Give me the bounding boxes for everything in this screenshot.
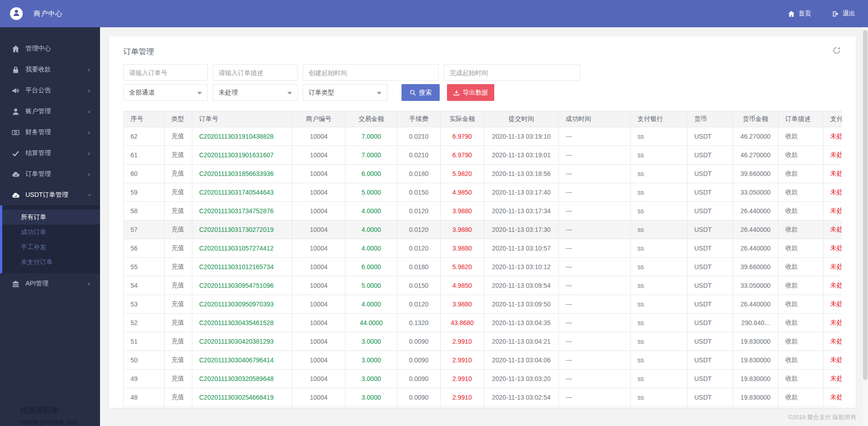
chevron-expanded-icon: ‹ (85, 192, 93, 198)
sidebar-item-account-management[interactable]: 账户管理‹ (0, 101, 100, 122)
cell-订单描述: 收款 (778, 258, 823, 276)
column-header: 货币金额 (733, 111, 778, 127)
sidebar-item-management-center[interactable]: 管理中心 (0, 38, 100, 59)
column-header: 商户编号 (292, 111, 346, 127)
column-header: 支付状态 (823, 111, 842, 127)
page-title: 订单管理 (123, 46, 154, 57)
status-select[interactable]: 未处理 (213, 84, 298, 101)
cell-支付银行: ss (631, 276, 687, 295)
column-header: 货币 (687, 111, 733, 127)
sidebar-item-collect-money[interactable]: 我要收款‹ (0, 59, 100, 80)
finish-time-input[interactable] (444, 64, 580, 81)
cell-交易金额: 6.0000 (346, 258, 397, 276)
vertical-scrollbar (863, 27, 868, 426)
order-no-input[interactable] (123, 64, 208, 81)
cell-序号: 51 (124, 332, 165, 351)
cell-支付状态: 未处理 (823, 370, 842, 388)
cell-货币: USDT (687, 183, 733, 202)
table-row: 51充值C20201113030420381293100043.00000.00… (124, 332, 842, 351)
cell-提交时间: 2020-11-13 03:04:06 (484, 351, 559, 370)
nav-home[interactable]: 首页 (788, 10, 811, 18)
cell-商户编号: 10004 (292, 258, 346, 276)
cell-类型: 充值 (165, 276, 192, 295)
cell-交易金额: 5.0000 (346, 276, 397, 295)
submenu-item-unpaid-orders[interactable]: 未支付订单 (2, 255, 100, 270)
sidebar-item-order-management[interactable]: 订单管理‹ (0, 164, 100, 185)
nav-logout[interactable]: 退出 (832, 10, 855, 18)
sidebar-item-finance-management[interactable]: 财务管理‹ (0, 122, 100, 143)
chevron-down-icon (197, 92, 202, 95)
search-icon (410, 90, 416, 96)
sidebar-item-settlement-management[interactable]: 结算管理‹ (0, 143, 100, 164)
cell-类型: 充值 (165, 202, 192, 221)
cell-订单描述: 收款 (778, 183, 823, 202)
cell-类型: 充值 (165, 332, 192, 351)
column-header: 支付银行 (631, 111, 687, 127)
cell-交易金额: 3.0000 (346, 370, 397, 388)
cell-交易金额: 3.0000 (346, 351, 397, 370)
search-button[interactable]: 搜索 (401, 84, 440, 101)
create-time-input[interactable] (303, 64, 439, 81)
cell-序号: 58 (124, 202, 165, 221)
cell-提交时间: 2020-11-13 03:17:30 (484, 221, 559, 239)
export-data-button[interactable]: 导出数据 (447, 84, 494, 101)
order-type-select-value: 订单类型 (309, 89, 334, 97)
cell-类型: 充值 (165, 183, 192, 202)
cell-类型: 充值 (165, 258, 192, 276)
user-avatar[interactable] (10, 7, 23, 20)
order-type-select[interactable]: 订单类型 (303, 84, 387, 101)
cell-支付银行: ss (631, 388, 687, 407)
cell-交易金额: 4.0000 (346, 221, 397, 239)
home-icon (12, 45, 20, 53)
cell-成功时间: --- (559, 183, 631, 202)
cell-订单号: C20201113030954751096 (192, 276, 292, 295)
cell-手续费: 0.0090 (397, 388, 441, 407)
column-header: 订单描述 (778, 111, 823, 127)
cell-交易金额: 7.0000 (346, 127, 397, 146)
cell-实际金额: 43.8680 (441, 314, 484, 332)
sidebar-item-label: 结算管理 (25, 149, 51, 157)
cell-手续费: 0.0090 (397, 370, 441, 388)
top-nav: 首页 退出 (788, 10, 868, 18)
refresh-icon[interactable] (833, 46, 841, 55)
sidebar-item-platform-announcement[interactable]: 平台公告‹ (0, 80, 100, 101)
cell-货币: USDT (687, 146, 733, 165)
cell-支付银行: ss (631, 202, 687, 221)
cell-订单号: C20201113031856633936 (192, 165, 292, 183)
cell-类型: 充值 (165, 295, 192, 314)
cell-支付银行: ss (631, 295, 687, 314)
cell-序号: 59 (124, 183, 165, 202)
chevron-collapsed-icon: ‹ (86, 170, 92, 178)
cell-订单号: C20201113031901631607 (192, 146, 292, 165)
cell-订单描述: 收款 (778, 127, 823, 146)
cell-商户编号: 10004 (292, 239, 346, 258)
cell-订单号: C20201113030435461528 (192, 314, 292, 332)
scrollbar-thumb[interactable] (863, 30, 868, 380)
cell-手续费: 0.1320 (397, 314, 441, 332)
cell-支付状态: 未处理 (823, 332, 842, 351)
submenu-item-success-orders[interactable]: 成功订单 (2, 225, 100, 240)
cell-订单描述: 收款 (778, 370, 823, 388)
submenu-item-all-orders[interactable]: 所有订单 (2, 210, 100, 225)
cell-交易金额: 3.0000 (346, 388, 397, 407)
cell-货币金额: 39.660000 (733, 258, 778, 276)
cell-订单号: C20201113031910438828 (192, 127, 292, 146)
cell-手续费: 0.0210 (397, 127, 441, 146)
chevron-collapsed-icon: ‹ (86, 65, 92, 74)
cell-序号: 50 (124, 351, 165, 370)
status-select-value: 未处理 (219, 89, 238, 97)
cell-序号: 56 (124, 239, 165, 258)
channel-select[interactable]: 全部通道 (123, 84, 208, 101)
cell-成功时间: --- (559, 295, 631, 314)
cell-货币金额: 19.830000 (733, 332, 778, 351)
cell-商户编号: 10004 (292, 314, 346, 332)
sidebar-item-label: API管理 (25, 280, 49, 288)
submenu-item-manual-reissue[interactable]: 手工补发 (2, 240, 100, 255)
cell-类型: 充值 (165, 388, 192, 407)
cell-手续费: 0.0150 (397, 183, 441, 202)
order-desc-input[interactable] (213, 64, 298, 81)
cell-手续费: 0.0120 (397, 239, 441, 258)
sidebar-item-api-management[interactable]: API管理‹ (0, 273, 100, 294)
cell-提交时间: 2020-11-13 03:17:34 (484, 202, 559, 221)
sidebar-item-usdt-order-management[interactable]: USDT订单管理‹ (0, 185, 100, 205)
